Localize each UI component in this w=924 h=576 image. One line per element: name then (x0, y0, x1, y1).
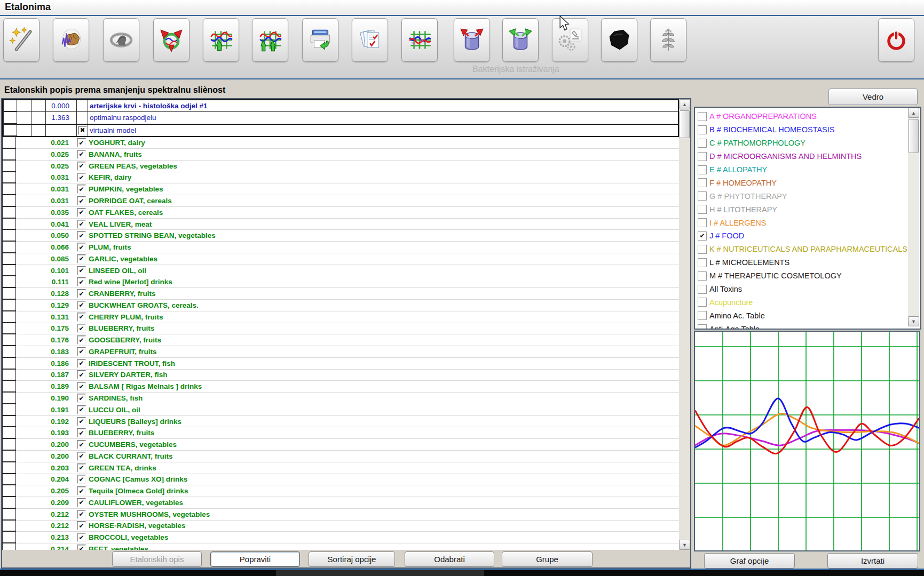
table-row[interactable]: 0.187✔SILVERY DARTER, fish (2, 370, 679, 381)
table-row[interactable]: 0.021✔YOGHURT, dairy (2, 137, 679, 149)
head-scanner-button[interactable] (103, 18, 139, 62)
row-marker-cell[interactable] (2, 392, 16, 404)
row-marker-cell[interactable] (2, 323, 16, 334)
row-marker-cell[interactable] (2, 265, 16, 276)
category-item[interactable]: I # ALLERGENS (695, 216, 907, 229)
category-item[interactable]: F # HOMEOPATHY (695, 176, 907, 189)
table-row[interactable]: 0.131✔CHERRY PLUM, fruits (2, 311, 679, 323)
category-checkbox[interactable]: ✔ (698, 231, 707, 241)
table-row[interactable]: 0.193✔BLUEBERRY, fruits (2, 427, 679, 439)
popraviti-button[interactable]: Popraviti (210, 551, 300, 567)
row-marker-cell[interactable] (2, 148, 16, 160)
table-row[interactable]: 0.031✔PORRIDGE OAT, cereals (2, 195, 679, 207)
row-checkbox[interactable]: ✔ (77, 347, 86, 356)
container-in-button[interactable] (454, 18, 490, 62)
row-marker-cell[interactable] (2, 531, 16, 543)
row-checkbox[interactable]: ✔ (77, 452, 86, 461)
category-item[interactable]: M # THERAPEUTIC COSMETOLOGY (695, 269, 907, 283)
table-row[interactable]: 0.101✔LINSEED OIL, oil (2, 265, 679, 277)
row-marker-cell[interactable] (2, 160, 16, 172)
row-marker-cell[interactable] (2, 206, 16, 218)
category-checkbox[interactable] (698, 112, 707, 121)
power-exit-button[interactable] (878, 18, 914, 62)
category-checkbox[interactable] (698, 285, 707, 294)
row-checkbox[interactable]: ✔ (77, 138, 86, 147)
row-marker-cell[interactable] (2, 183, 16, 195)
magic-wand-button[interactable] (3, 18, 40, 62)
row-checkbox[interactable]: ✔ (77, 498, 86, 507)
row-marker-cell[interactable] (2, 543, 16, 550)
category-item[interactable]: K # NUTRICEUTICALS AND PARAPHARMACEUTICA… (695, 243, 907, 256)
row-marker-cell[interactable] (3, 124, 17, 137)
row-checkbox[interactable]: ✔ (77, 440, 86, 449)
table-row[interactable]: 0.183✔GRAPEFRUIT, fruits (2, 346, 679, 358)
category-checkbox[interactable] (698, 165, 707, 174)
category-checkbox[interactable] (698, 139, 707, 148)
row-checkbox[interactable]: ✔ (77, 475, 86, 484)
table-row[interactable]: 0.025✔GREEN PEAS, vegetables (2, 161, 679, 172)
category-scrollbar[interactable]: ▲ ▼ (908, 108, 919, 326)
table-row[interactable]: 0.085✔GARLIC, vegetables (2, 253, 679, 265)
row-checkbox[interactable]: ✔ (77, 463, 86, 473)
table-row[interactable]: ✖virtualni model (3, 125, 678, 137)
row-checkbox[interactable]: ✔ (77, 486, 86, 495)
row-marker-cell[interactable] (2, 287, 16, 299)
row-checkbox[interactable]: ✔ (77, 324, 86, 333)
row-checkbox[interactable]: ✔ (77, 545, 86, 550)
row-checkbox[interactable]: ✔ (77, 533, 86, 542)
grupe-button[interactable]: Grupe (502, 551, 593, 567)
row-checkbox[interactable]: ✔ (77, 162, 86, 171)
category-item[interactable]: D # MICROORGANISMS AND HELMINTHS (695, 150, 907, 163)
row-marker-cell[interactable] (2, 369, 16, 381)
plant-button[interactable] (650, 18, 686, 62)
row-marker-cell[interactable] (2, 450, 16, 462)
row-checkbox[interactable]: ✔ (77, 301, 86, 310)
table-row[interactable]: 0.204✔COGNAC [Camus XO] drinks (2, 474, 679, 486)
category-checkbox[interactable] (698, 218, 707, 227)
table-row[interactable]: 0.200✔CUCUMBERS, vegetables (2, 439, 679, 451)
row-checkbox[interactable]: ✔ (77, 335, 86, 345)
table-row[interactable]: 0.212✔OYSTER MUSHROOMS, vegetables (2, 509, 679, 521)
table-row[interactable]: 0.031✔KEFIR, dairy (2, 172, 679, 184)
row-marker-cell[interactable] (2, 334, 16, 346)
table-row[interactable]: 0.186✔IRIDESCENT TROUT, fish (2, 358, 679, 370)
table-row[interactable]: 0.192✔LIQUEURS [Baileys] drinks (2, 416, 679, 428)
brain-analysis-button[interactable] (53, 18, 89, 62)
row-checkbox[interactable]: ✔ (77, 289, 86, 298)
graf-opcije-button[interactable]: Graf opcije (704, 553, 795, 569)
row-marker-cell[interactable] (2, 497, 16, 508)
category-checkbox[interactable] (698, 324, 707, 330)
row-checkbox[interactable]: ✔ (77, 428, 86, 437)
table-row[interactable]: 0.050✔SPOTTED STRING BEAN, vegetables (2, 230, 679, 242)
row-checkbox[interactable]: ✔ (77, 220, 86, 229)
row-checkbox[interactable]: ✔ (77, 394, 86, 403)
category-checkbox[interactable] (698, 205, 707, 214)
stone-button[interactable] (601, 18, 637, 62)
category-item[interactable]: Acupuncture (695, 295, 907, 309)
table-row[interactable]: 0.041✔VEAL LIVER, meat (2, 219, 679, 230)
row-marker-cell[interactable] (2, 137, 16, 148)
table-row[interactable]: 0.128✔CRANBERRY, fruits (2, 288, 679, 300)
category-item[interactable]: H # LITOTHERAPY (695, 203, 907, 216)
table-row[interactable]: 0.191✔LUCCU OIL, oil (2, 404, 679, 416)
category-item[interactable]: B # BIOCHEMICAL HOMEOSTASIS (695, 123, 907, 137)
row-checkbox[interactable]: ✔ (77, 231, 86, 240)
category-item[interactable]: A # ORGANOPREPARATIONS (695, 110, 907, 123)
category-item[interactable]: G # PHYTOTHERAPY (695, 189, 907, 203)
category-checkbox[interactable] (698, 125, 707, 134)
row-marker-cell[interactable] (2, 415, 16, 427)
vedro-button[interactable]: Vedro (828, 89, 918, 105)
row-checkbox[interactable]: ✔ (77, 370, 86, 379)
scroll-up-button[interactable]: ▲ (679, 99, 690, 109)
row-checkbox[interactable]: ✔ (77, 173, 86, 182)
table-row[interactable]: 0.035✔OAT FLAKES, cereals (2, 207, 679, 219)
row-marker-cell[interactable] (2, 229, 16, 241)
category-scroll-down-button[interactable]: ▼ (908, 316, 919, 326)
category-item[interactable]: Anti-Age Table (695, 322, 907, 330)
table-row[interactable]: 1.363optimalnu raspodjelu (3, 112, 678, 124)
row-checkbox[interactable]: ✔ (77, 417, 86, 426)
etalon-compare-button[interactable] (153, 18, 189, 62)
table-row[interactable]: 0.189✔BALSAM [ Rigas Melnais ] drinks (2, 381, 679, 393)
row-marker-cell[interactable] (2, 380, 16, 392)
table-row[interactable]: 0.190✔SARDINES, fish (2, 393, 679, 404)
